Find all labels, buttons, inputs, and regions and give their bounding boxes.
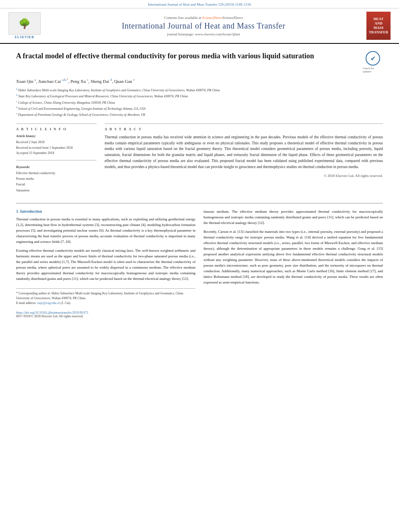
affiliation-c: c College of Science, China Jiliang Univ… (16, 99, 383, 105)
body-right: tinuous medium. The effective medium the… (204, 209, 383, 318)
affiliation-a: a Hubei Subsurface Multi-scale Imaging K… (16, 87, 383, 93)
keyword-1: Effective thermal conductivity (16, 170, 97, 176)
article-info-title: A R T I C L E I N F O (16, 127, 97, 131)
elsevier-wordmark: ELSEVIER (15, 35, 34, 39)
doi-link[interactable]: https://doi.org/10.1016/j.ijheatmasstran… (16, 311, 88, 314)
paper-title-row: A fractal model of effective thermal con… (16, 51, 383, 73)
author-sheng: Sheng Dai (90, 79, 109, 84)
divider (16, 160, 97, 160)
authors-line: Xuan Qin a, Jianchao Cai a,b,*, Peng Xu … (16, 78, 383, 84)
affiliation-d: d School of Civil and Environmental Engi… (16, 105, 383, 111)
check-for-updates: ✔ Check for updates (363, 51, 383, 73)
keywords-label: Keywords: (16, 165, 97, 169)
doi-line: https://doi.org/10.1016/j.ijheatmasstran… (16, 310, 195, 314)
intro-para3-cont: tinuous medium. The effective medium the… (204, 209, 383, 226)
corresponding-author-note: * Corresponding author at: Hubei Subsurf… (16, 291, 195, 301)
elsevier-logo: 🌳 ELSEVIER (6, 12, 43, 39)
received-revised-date: Received in revised form 1 September 201… (16, 145, 97, 151)
intro-para2: Existing effective thermal conductivity … (16, 248, 195, 282)
journal-citation: International Journal of Heat and Mass T… (148, 2, 251, 6)
check-circle-icon: ✔ (366, 51, 380, 66)
intro-para1: Thermal conduction in porous media is es… (16, 217, 195, 245)
main-divider (16, 203, 383, 203)
copyright-line: © 2018 Elsevier Ltd. All rights reserved… (105, 174, 383, 178)
article-info: A R T I C L E I N F O Article history: R… (16, 123, 97, 193)
keyword-4: Saturation (16, 188, 97, 193)
abstract-title: A B S T R A C T (105, 127, 383, 131)
paper-title: A fractal model of effective thermal con… (16, 51, 358, 61)
top-bar: International Journal of Heat and Mass T… (0, 0, 399, 8)
accepted-date: Accepted 15 September 2018 (16, 150, 97, 156)
science-direct-link[interactable]: ScienceDirect (202, 16, 222, 20)
abstract-section: A B S T R A C T Thermal conduction in po… (105, 123, 383, 193)
two-col-section: A R T I C L E I N F O Article history: R… (16, 123, 383, 193)
intro-para4: Recently, Carson et al. [13] classified … (204, 229, 383, 285)
keyword-3: Fractal (16, 182, 97, 187)
badge-box: HEATANDMASSTRANSFER (366, 12, 391, 40)
logo-image: 🌳 (8, 12, 41, 35)
body-left: 1. Introduction Thermal conduction in po… (16, 209, 195, 318)
homepage-line: journal homepage: www.elsevier.com/locat… (43, 32, 364, 36)
journal-title-block: Contents lists available at ScienceDirec… (43, 16, 364, 36)
body-section: 1. Introduction Thermal conduction in po… (0, 209, 399, 326)
affiliations: a Hubei Subsurface Multi-scale Imaging K… (16, 87, 383, 118)
affiliation-b: b State Key Laboratory of Geological Pro… (16, 93, 383, 99)
received-date: Received 2 June 2018 (16, 140, 97, 145)
email-note: E-mail address: caijc@cug.edu.cn (J. Cai… (16, 301, 195, 306)
tree-icon: 🌳 (19, 18, 31, 29)
author-xuan: Xuan Qin (16, 79, 33, 84)
journal-header: 🌳 ELSEVIER Contents lists available at S… (0, 8, 399, 44)
keyword-2: Porous media (16, 176, 97, 182)
author-jianchao: Jianchao Cai (38, 79, 61, 84)
affiliation-e: e Department of Petroleum Geology & Geol… (16, 111, 383, 117)
journal-name: International Journal of Heat and Mass T… (43, 21, 364, 31)
journal-badge: HEATANDMASSTRANSFER (364, 12, 393, 40)
abstract-text: Thermal conduction in porous media has r… (105, 134, 383, 170)
email-link[interactable]: caijc@cug.edu.cn (37, 301, 60, 305)
intro-heading: 1. Introduction (16, 209, 195, 214)
badge-title: HEATANDMASSTRANSFER (369, 17, 389, 34)
history-label: Article history: (16, 134, 97, 138)
footnote-section: * Corresponding author at: Hubei Subsurf… (16, 288, 195, 318)
contents-line: Contents lists available at ScienceDirec… (43, 16, 364, 20)
issn-text: 0017-9310/© 2018 Elsevier Ltd. All right… (16, 314, 195, 318)
check-updates-label: Check for updates (363, 67, 383, 73)
author-quan: Quan Gan (114, 79, 132, 84)
author-peng: Peng Xu (70, 79, 86, 84)
paper-section: A fractal model of effective thermal con… (0, 44, 399, 197)
